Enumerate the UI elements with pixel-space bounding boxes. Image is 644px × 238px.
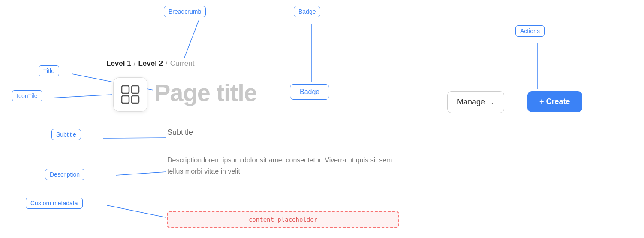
chevron-down-icon: ⌄ (489, 99, 494, 106)
title-label: Title (39, 65, 59, 76)
canvas: Breadcrumb Badge Actions Title IconTile … (0, 0, 644, 238)
svg-line-4 (107, 205, 166, 217)
badge-label: Badge (294, 6, 320, 17)
svg-rect-10 (122, 96, 129, 103)
breadcrumb-sep2: / (166, 59, 168, 68)
svg-rect-9 (132, 86, 139, 93)
breadcrumb-sep1: / (134, 59, 136, 68)
connector-lines (0, 0, 644, 238)
breadcrumb-level2[interactable]: Level 2 (138, 59, 163, 68)
page-title: Page title (154, 79, 257, 107)
content-placeholder: content placeholder (167, 211, 399, 228)
create-button[interactable]: + Create (527, 91, 582, 112)
create-button-label: + Create (539, 97, 570, 106)
svg-line-1 (51, 95, 112, 98)
subtitle-label: Subtitle (51, 129, 81, 140)
description-label: Description (45, 169, 84, 180)
actions-label: Actions (515, 25, 545, 37)
svg-line-3 (116, 172, 166, 175)
icontile-label: IconTile (12, 90, 42, 101)
breadcrumb-current: Current (170, 59, 195, 68)
badge: Badge (290, 84, 329, 100)
svg-line-2 (103, 138, 166, 138)
svg-rect-8 (122, 86, 129, 93)
description-text: Description lorem ipsum dolor sit amet c… (167, 155, 399, 177)
manage-button-label: Manage (457, 98, 485, 107)
svg-line-5 (184, 20, 199, 58)
icon-tile (113, 77, 147, 112)
svg-rect-11 (132, 96, 139, 103)
custom-metadata-label: Custom metadata (26, 198, 83, 209)
manage-button[interactable]: Manage ⌄ (447, 91, 504, 113)
breadcrumb-level1[interactable]: Level 1 (106, 59, 131, 68)
breadcrumb: Level 1 / Level 2 / Current (106, 59, 194, 68)
breadcrumb-label: Breadcrumb (164, 6, 206, 17)
icon-tile-svg (121, 85, 140, 104)
subtitle-text: Subtitle (167, 128, 193, 137)
